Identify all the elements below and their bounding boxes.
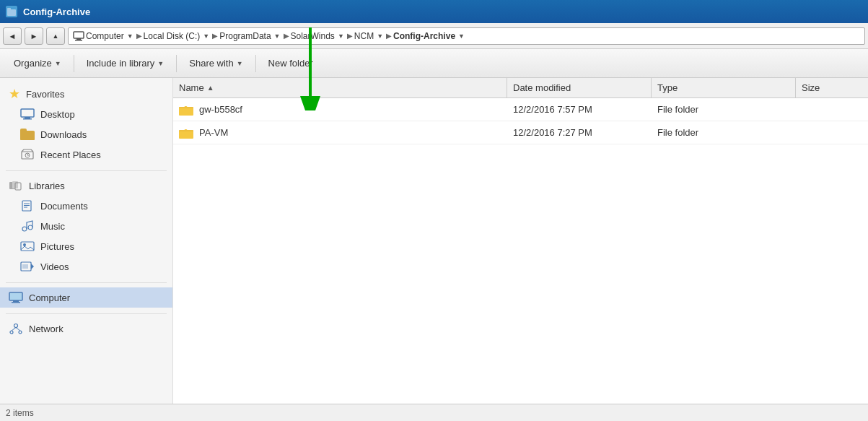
share-with-label: Share with xyxy=(189,58,233,69)
status-text: 2 items xyxy=(6,408,34,418)
column-type-label: Type xyxy=(657,82,678,93)
svg-marker-24 xyxy=(31,264,34,269)
toolbar: Organize ▼ Include in library ▼ Share wi… xyxy=(0,49,868,78)
sidebar-item-documents[interactable]: Documents xyxy=(0,196,172,216)
window-icon xyxy=(6,6,17,17)
include-in-library-label: Include in library xyxy=(87,58,155,69)
forward-button[interactable]: ► xyxy=(25,27,43,45)
computer-icon xyxy=(9,292,23,303)
sidebar-favorites-section: ★ Favorites Desktop xyxy=(0,84,172,165)
toolbar-separator-2 xyxy=(176,55,177,72)
svg-rect-27 xyxy=(13,300,19,302)
sidebar-recent-places-label: Recent Places xyxy=(40,149,101,160)
address-bar: ◄ ► ▲ Computer ▼ ▶ Local Disk (C:) ▼ ▶ P… xyxy=(0,23,868,49)
svg-rect-25 xyxy=(22,264,28,269)
file-name-cell-0: gw-b558cf xyxy=(173,104,507,116)
svg-rect-9 xyxy=(23,118,32,120)
sidebar-videos-label: Videos xyxy=(40,261,69,272)
breadcrumb-computer-label: Computer xyxy=(86,31,124,41)
window-title: Config-Archive xyxy=(23,6,90,17)
folder-icon-0 xyxy=(179,104,193,116)
svg-rect-7 xyxy=(21,109,34,117)
up-button[interactable]: ▲ xyxy=(46,27,65,45)
new-folder-label: New folder xyxy=(268,58,313,69)
sidebar-item-downloads[interactable]: Downloads xyxy=(0,124,172,144)
sort-arrow-name: ▲ xyxy=(207,84,214,92)
status-bar: 2 items xyxy=(0,404,868,421)
breadcrumb[interactable]: Computer ▼ ▶ Local Disk (C:) ▼ ▶ Program… xyxy=(68,27,865,45)
sidebar-libraries-label: Libraries xyxy=(29,181,65,191)
sidebar-favorites-header[interactable]: ★ Favorites xyxy=(0,84,172,104)
recent-places-icon xyxy=(20,149,35,160)
column-header-date[interactable]: Date modified xyxy=(507,78,652,97)
column-name-label: Name xyxy=(179,82,204,93)
star-icon: ★ xyxy=(9,86,20,102)
file-type-0: File folder xyxy=(652,104,796,115)
sidebar-documents-label: Documents xyxy=(40,201,88,212)
breadcrumb-computer-arrow[interactable]: ▼ xyxy=(126,32,135,40)
column-header-type[interactable]: Type xyxy=(652,78,796,97)
sidebar-item-computer[interactable]: Computer xyxy=(0,287,172,308)
sidebar-divider-3 xyxy=(6,313,167,314)
breadcrumb-item-computer[interactable]: Computer ▼ xyxy=(73,31,135,41)
file-pane: Name ▲ Date modified Type Size xyxy=(173,78,868,404)
sidebar-libraries-header[interactable]: Libraries xyxy=(0,175,172,196)
svg-rect-0 xyxy=(7,9,16,16)
include-in-library-button[interactable]: Include in library ▼ xyxy=(79,53,172,74)
videos-icon xyxy=(20,261,35,272)
sidebar-computer-label: Computer xyxy=(29,292,70,303)
breadcrumb-item-configarchive[interactable]: Config-Archive ▼ xyxy=(393,31,466,41)
file-name-0: gw-b558cf xyxy=(199,104,242,115)
svg-line-34 xyxy=(16,328,20,331)
file-row-0[interactable]: gw-b558cf 12/2/2016 7:57 PM File folder xyxy=(173,98,868,121)
organize-label: Organize xyxy=(14,58,52,69)
sidebar-downloads-label: Downloads xyxy=(40,129,87,140)
sidebar-favorites-label: Favorites xyxy=(26,89,64,100)
organize-button[interactable]: Organize ▼ xyxy=(6,53,69,74)
new-folder-button[interactable]: New folder xyxy=(260,53,321,74)
downloads-folder-icon xyxy=(20,129,35,140)
svg-rect-29 xyxy=(10,293,22,300)
column-header-size[interactable]: Size xyxy=(796,78,868,97)
network-icon xyxy=(9,323,23,334)
sidebar-item-recent-places[interactable]: Recent Places xyxy=(0,144,172,165)
folder-icon-1 xyxy=(179,127,193,139)
svg-rect-1 xyxy=(7,8,11,10)
svg-point-32 xyxy=(19,331,22,334)
breadcrumb-item-solarwinds[interactable]: SolarWinds ▼ xyxy=(291,31,346,41)
libraries-icon xyxy=(9,180,23,191)
svg-rect-4 xyxy=(75,40,82,41)
sidebar-item-pictures[interactable]: Pictures xyxy=(0,236,172,256)
sidebar-item-desktop[interactable]: Desktop xyxy=(0,104,172,124)
organize-dropdown-arrow: ▼ xyxy=(55,60,61,67)
breadcrumb-item-localdisk[interactable]: Local Disk (C:) ▼ xyxy=(144,31,211,41)
sidebar-music-label: Music xyxy=(40,221,65,232)
desktop-icon xyxy=(20,108,35,120)
sidebar-item-network[interactable]: Network xyxy=(0,318,172,339)
breadcrumb-item-ncm[interactable]: NCM ▼ xyxy=(354,31,385,41)
sidebar-divider-1 xyxy=(6,170,167,171)
share-dropdown-arrow: ▼ xyxy=(237,60,243,67)
include-dropdown-arrow: ▼ xyxy=(157,60,164,67)
sidebar-item-music[interactable]: Music xyxy=(0,216,172,236)
sidebar-network-label: Network xyxy=(29,324,63,334)
back-button[interactable]: ◄ xyxy=(3,27,22,45)
sidebar-desktop-label: Desktop xyxy=(40,109,75,120)
svg-rect-28 xyxy=(12,302,20,303)
breadcrumb-item-programdata[interactable]: ProgramData ▼ xyxy=(219,31,281,41)
sidebar-item-videos[interactable]: Videos xyxy=(0,256,172,277)
file-row-1[interactable]: PA-VM 12/2/2016 7:27 PM File folder xyxy=(173,121,868,144)
file-date-0: 12/2/2016 7:57 PM xyxy=(507,104,652,115)
file-name-1: PA-VM xyxy=(199,127,228,138)
column-date-label: Date modified xyxy=(513,82,571,93)
file-date-1: 12/2/2016 7:27 PM xyxy=(507,127,652,138)
share-with-button[interactable]: Share with ▼ xyxy=(181,53,250,74)
svg-rect-2 xyxy=(74,32,84,38)
sidebar: ★ Favorites Desktop xyxy=(0,78,173,404)
sidebar-computer-section: Computer xyxy=(0,287,172,308)
svg-rect-3 xyxy=(76,38,81,40)
svg-rect-8 xyxy=(25,117,30,118)
column-header-name[interactable]: Name ▲ xyxy=(173,78,507,97)
file-list-header: Name ▲ Date modified Type Size xyxy=(173,78,868,98)
svg-point-31 xyxy=(10,331,13,334)
